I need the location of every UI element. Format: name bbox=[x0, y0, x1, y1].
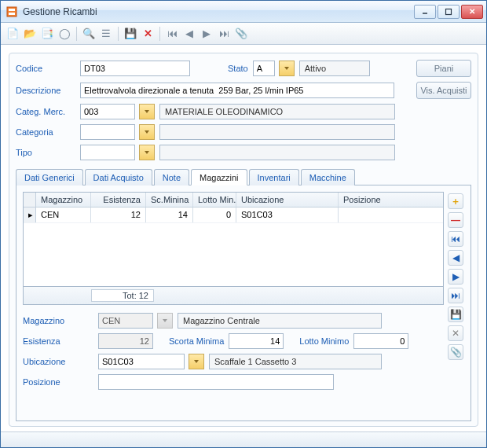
save-row-icon[interactable]: 💾 bbox=[448, 307, 463, 322]
grid-side-toolbar: ＋ — ⏮ ◀ ▶ ⏭ 💾 ✕ 📎 bbox=[447, 192, 464, 414]
magazzini-grid[interactable]: Magazzino Esistenza Sc.Minina Lotto Min.… bbox=[23, 192, 444, 287]
attach-row-icon[interactable]: 📎 bbox=[448, 344, 463, 360]
detail-magazzino-desc: Magazzino Centrale bbox=[178, 313, 382, 329]
categ-merc-lookup-button[interactable] bbox=[139, 104, 155, 119]
codice-label: Codice bbox=[16, 64, 75, 73]
minimize-button[interactable] bbox=[414, 5, 436, 19]
col-ubicazione[interactable]: Ubicazione bbox=[236, 193, 339, 207]
detail-ubicazione-lookup-button[interactable] bbox=[189, 354, 204, 369]
detail-posizione-field[interactable] bbox=[98, 374, 334, 390]
grid-total-bar: Tot: 12 bbox=[23, 287, 444, 305]
categoria-code-field[interactable] bbox=[80, 124, 135, 140]
col-sc-minina[interactable]: Sc.Minina bbox=[146, 193, 193, 207]
app-window: Gestione Ricambi ✕ 📄 📂 📑 ◯ 🔍 ☰ 💾 ✕ ⏮ ◀ ▶… bbox=[0, 0, 487, 448]
detail-scorta-min-field[interactable] bbox=[229, 333, 284, 349]
detail-esistenza-label: Esistenza bbox=[23, 336, 93, 346]
eraser-icon[interactable]: ◯ bbox=[57, 27, 71, 41]
tipo-desc bbox=[159, 145, 395, 160]
new-icon[interactable]: 📄 bbox=[5, 27, 20, 41]
vis-acquisti-button[interactable]: Vis. Acquisti bbox=[416, 82, 471, 99]
content-panel: Codice Stato Attivo Piani Descrizione Vi… bbox=[9, 53, 478, 427]
categoria-lookup-button[interactable] bbox=[139, 124, 155, 140]
detail-lotto-min-label: Lotto Minimo bbox=[299, 336, 349, 346]
delete-icon[interactable]: ✕ bbox=[141, 27, 155, 41]
detail-ubicazione-code-field[interactable] bbox=[98, 354, 185, 369]
detail-posizione-label: Posizione bbox=[23, 377, 93, 387]
tab-dati-generici[interactable]: Dati Generici bbox=[16, 169, 83, 185]
col-magazzino[interactable]: Magazzino bbox=[36, 193, 91, 207]
detail-esistenza-field bbox=[98, 333, 153, 349]
cell-sc-minina: 14 bbox=[146, 207, 193, 222]
tipo-code-field[interactable] bbox=[80, 145, 135, 160]
svg-rect-4 bbox=[446, 9, 452, 14]
toolbar-separator bbox=[76, 27, 77, 41]
toolbar-separator bbox=[118, 27, 119, 41]
attach-icon[interactable]: 📎 bbox=[234, 27, 248, 41]
tab-magazzini[interactable]: Magazzini bbox=[191, 169, 247, 185]
search-icon[interactable]: 🔍 bbox=[82, 27, 96, 41]
titlebar: Gestione Ricambi ✕ bbox=[1, 1, 486, 23]
detail-ubicazione-label: Ubicazione bbox=[23, 357, 93, 366]
save-icon[interactable]: 💾 bbox=[123, 27, 137, 41]
cell-ubicazione: S01C03 bbox=[236, 207, 339, 222]
grid-total-value: Tot: 12 bbox=[91, 289, 154, 302]
next-row-icon[interactable]: ▶ bbox=[448, 269, 463, 285]
svg-rect-0 bbox=[7, 7, 16, 17]
categ-merc-label: Categ. Merc. bbox=[16, 107, 75, 116]
window-title: Gestione Ricambi bbox=[23, 6, 414, 17]
tab-macchine[interactable]: Macchine bbox=[301, 169, 355, 185]
descrizione-label: Descrizione bbox=[16, 86, 75, 95]
detail-ubicazione-desc: Scaffale 1 Cassetto 3 bbox=[209, 354, 382, 369]
col-lotto-min[interactable]: Lotto Min. bbox=[193, 193, 236, 207]
descrizione-field[interactable] bbox=[80, 83, 394, 98]
cell-magazzino: CEN bbox=[36, 207, 91, 222]
tipo-lookup-button[interactable] bbox=[139, 145, 155, 160]
stato-label: Stato bbox=[228, 64, 248, 73]
detail-scorta-min-label: Scorta Minima bbox=[169, 336, 224, 346]
tipo-label: Tipo bbox=[16, 148, 75, 157]
close-button[interactable]: ✕ bbox=[461, 5, 483, 19]
detail-magazzino-lookup-button bbox=[157, 313, 173, 329]
row-indicator-icon: ▸ bbox=[24, 207, 36, 222]
stato-code-field[interactable] bbox=[253, 61, 275, 76]
piani-button[interactable]: Piani bbox=[416, 60, 471, 77]
tab-dati-acquisto[interactable]: Dati Acquisto bbox=[85, 169, 152, 185]
cancel-row-icon[interactable]: ✕ bbox=[448, 325, 463, 341]
detail-lotto-min-field[interactable] bbox=[353, 333, 408, 349]
maximize-button[interactable] bbox=[438, 5, 460, 19]
codice-field[interactable] bbox=[80, 61, 190, 76]
detail-panel: Magazzino Magazzino Centrale Esistenza S… bbox=[23, 313, 444, 395]
remove-row-icon[interactable]: — bbox=[448, 212, 463, 228]
first-row-icon[interactable]: ⏮ bbox=[448, 231, 463, 247]
cell-esistenza: 12 bbox=[91, 207, 146, 222]
tabpage-magazzini: Magazzino Esistenza Sc.Minina Lotto Min.… bbox=[16, 185, 471, 421]
categoria-label: Categoria bbox=[16, 127, 75, 137]
tab-inventari[interactable]: Inventari bbox=[249, 169, 299, 185]
app-icon bbox=[5, 6, 18, 18]
categ-merc-desc: MATERIALE OLEODINAMICO bbox=[159, 104, 395, 119]
stato-lookup-button[interactable] bbox=[279, 61, 295, 76]
statusbar bbox=[1, 431, 486, 447]
col-esistenza[interactable]: Esistenza bbox=[91, 193, 146, 207]
svg-rect-2 bbox=[9, 13, 15, 15]
table-row[interactable]: ▸ CEN 12 14 0 S01C03 bbox=[24, 207, 443, 223]
detail-magazzino-label: Magazzino bbox=[23, 316, 93, 325]
detail-magazzino-code bbox=[98, 313, 153, 329]
tabstrip: Dati Generici Dati Acquisto Note Magazzi… bbox=[16, 168, 471, 185]
next-record-icon[interactable]: ▶ bbox=[200, 27, 214, 41]
tab-note[interactable]: Note bbox=[154, 169, 189, 185]
col-posizione[interactable]: Posizione bbox=[339, 193, 443, 207]
prev-record-icon[interactable]: ◀ bbox=[182, 27, 196, 41]
last-row-icon[interactable]: ⏭ bbox=[448, 288, 463, 303]
copy-icon[interactable]: 📑 bbox=[40, 27, 54, 41]
cell-posizione bbox=[339, 207, 443, 222]
add-row-icon[interactable]: ＋ bbox=[448, 193, 463, 209]
filter-icon[interactable]: ☰ bbox=[99, 27, 113, 41]
toolbar-separator bbox=[159, 27, 160, 41]
first-record-icon[interactable]: ⏮ bbox=[165, 27, 179, 41]
prev-row-icon[interactable]: ◀ bbox=[448, 250, 463, 266]
open-icon[interactable]: 📂 bbox=[23, 27, 37, 41]
last-record-icon[interactable]: ⏭ bbox=[217, 27, 231, 41]
categoria-desc bbox=[159, 124, 395, 140]
categ-merc-code-field[interactable] bbox=[80, 104, 135, 119]
